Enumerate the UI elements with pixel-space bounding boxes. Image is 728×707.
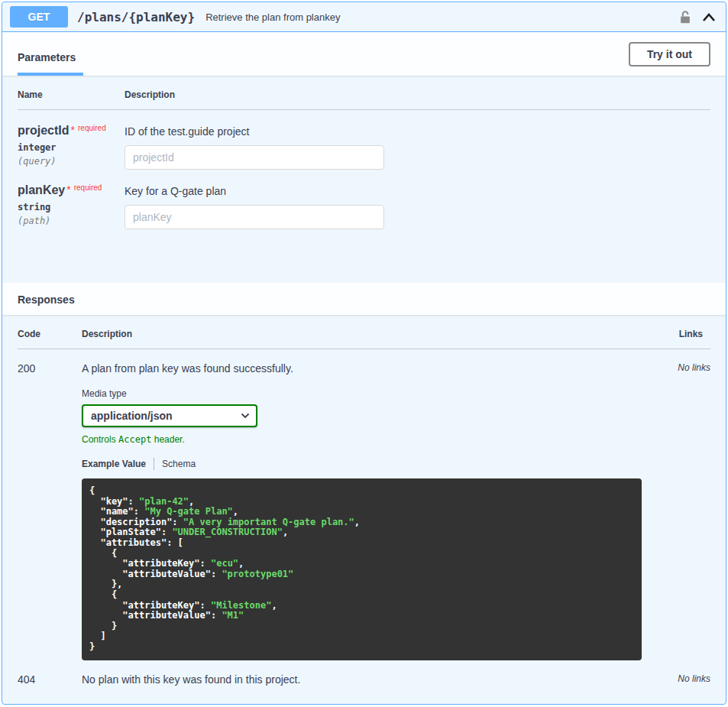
parameter-location: (query) bbox=[18, 156, 125, 167]
parameter-type: string bbox=[18, 202, 125, 212]
parameter-name: projectId bbox=[18, 124, 70, 137]
col-header-code: Code bbox=[18, 329, 82, 339]
parameters-table: Name Description projectId*required inte… bbox=[2, 76, 726, 283]
tab-divider bbox=[154, 458, 154, 470]
unlocked-padlock-icon[interactable] bbox=[678, 10, 692, 24]
tab-schema[interactable]: Schema bbox=[162, 459, 196, 469]
parameter-row-planKey: planKey*required string (path) Key for a… bbox=[18, 170, 710, 229]
required-star: * bbox=[71, 124, 75, 136]
media-type-label: Media type bbox=[82, 388, 642, 399]
try-it-out-button[interactable]: Try it out bbox=[629, 42, 710, 66]
example-tabs: Example Value Schema bbox=[82, 458, 642, 470]
endpoint-summary: Retrieve the plan from plankey bbox=[205, 11, 340, 23]
col-header-description: Description bbox=[125, 89, 710, 100]
parameter-description: Key for a Q-gate plan bbox=[125, 183, 710, 197]
response-description: No plan with this key was found in this … bbox=[82, 673, 642, 686]
parameter-row-projectId: projectId*required integer (query) ID of… bbox=[18, 110, 710, 170]
response-links: No links bbox=[642, 673, 710, 686]
parameter-location: (path) bbox=[18, 216, 125, 226]
http-method-badge: GET bbox=[10, 6, 68, 28]
parameter-name: planKey bbox=[18, 183, 65, 196]
required-label: required bbox=[78, 124, 106, 132]
required-star: * bbox=[66, 183, 70, 196]
response-code: 404 bbox=[18, 673, 82, 686]
operation-block: GET /plans/{planKey} Retrieve the plan f… bbox=[2, 2, 726, 705]
operation-summary[interactable]: GET /plans/{planKey} Retrieve the plan f… bbox=[2, 2, 726, 32]
response-code: 200 bbox=[18, 362, 82, 660]
col-header-name: Name bbox=[18, 89, 125, 100]
chevron-up-icon[interactable] bbox=[701, 11, 717, 23]
response-row-404: 404 No plan with this key was found in t… bbox=[18, 660, 710, 686]
planKey-input[interactable] bbox=[125, 205, 384, 229]
parameter-type: integer bbox=[18, 142, 125, 153]
col-header-links: Links bbox=[642, 329, 710, 339]
responses-section-header: Responses bbox=[2, 283, 726, 315]
responses-title: Responses bbox=[18, 294, 710, 306]
media-type-select[interactable]: application/json bbox=[82, 404, 257, 427]
projectId-input[interactable] bbox=[125, 145, 384, 170]
accept-header-note: Controls Accept header. bbox=[82, 434, 642, 445]
endpoint-path: /plans/{planKey} bbox=[77, 10, 195, 24]
response-row-200: 200 A plan from plan key was found succe… bbox=[18, 349, 710, 660]
example-json: { "key": "plan-42", "name": "My Q-gate P… bbox=[82, 478, 642, 660]
parameters-table-head: Name Description bbox=[18, 83, 710, 110]
responses-table-head: Code Description Links bbox=[18, 323, 710, 349]
tab-parameters[interactable]: Parameters bbox=[18, 45, 83, 76]
response-description: A plan from plan key was found successfu… bbox=[82, 362, 642, 375]
parameters-section-header: Parameters Try it out bbox=[2, 32, 726, 76]
col-header-description: Description bbox=[82, 329, 642, 339]
response-links: No links bbox=[642, 362, 710, 660]
responses-table: Code Description Links 200 A plan from p… bbox=[2, 315, 726, 704]
parameter-description: ID of the test.guide project bbox=[125, 124, 710, 138]
required-label: required bbox=[74, 183, 102, 192]
tab-example-value[interactable]: Example Value bbox=[82, 459, 146, 469]
